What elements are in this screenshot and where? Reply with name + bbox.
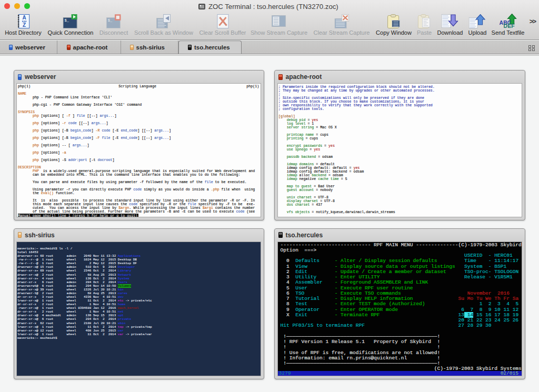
svg-text:DEF: DEF [503,23,515,28]
svg-text:$_: $_ [65,18,69,23]
svg-text:Z: Z [23,22,26,28]
svg-text:$_: $_ [108,18,113,23]
svg-text:A: A [22,15,26,21]
